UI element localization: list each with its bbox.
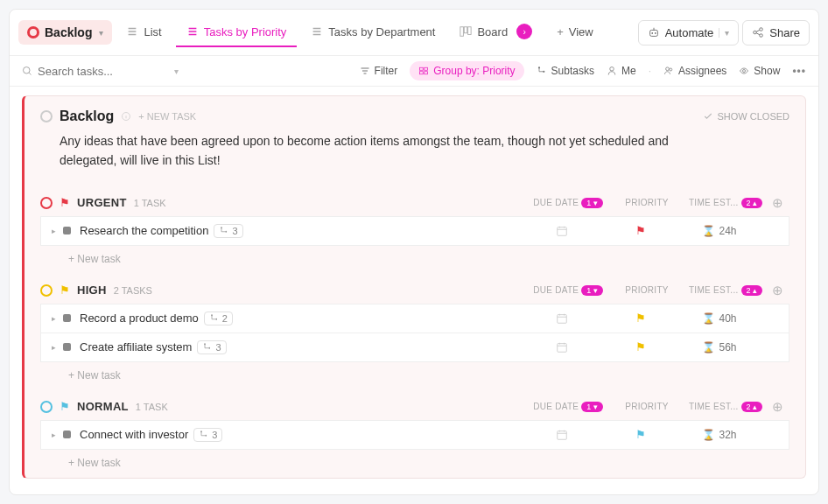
status-square-icon[interactable] [63, 343, 71, 351]
group-count: 2 TASKS [114, 285, 152, 296]
subtask-icon [537, 66, 547, 76]
col-priority[interactable]: PRIORITY [607, 402, 686, 411]
view-tab-label: Tasks by Department [328, 25, 435, 38]
collapse-group-icon[interactable] [40, 401, 53, 413]
show-button[interactable]: Show [739, 65, 780, 77]
priority-flag-icon: ⚑ [60, 196, 70, 209]
new-task-top-button[interactable]: + NEW TASK [138, 111, 196, 122]
svg-rect-10 [420, 67, 424, 70]
col-due-date[interactable]: DUE DATE1 ▾ [529, 402, 607, 412]
group-header: ⚑ HIGH 2 TASKS DUE DATE1 ▾ PRIORITY TIME… [40, 274, 789, 304]
share-button[interactable]: Share [742, 20, 810, 46]
subtask-count-chip[interactable]: 3 [214, 224, 242, 238]
cell-priority[interactable]: ⚑ [601, 224, 680, 237]
add-column-button[interactable]: ⊕ [765, 283, 789, 298]
svg-point-19 [743, 70, 746, 73]
add-column-button[interactable]: ⊕ [765, 195, 789, 211]
svg-point-5 [655, 32, 656, 34]
cell-due-date[interactable] [523, 312, 601, 325]
task-row[interactable]: ▸ Research the competition 3 ⚑ ⌛24h [40, 216, 789, 246]
more-button[interactable]: ••• [792, 65, 806, 77]
search-input[interactable] [38, 65, 169, 78]
collapse-list-icon[interactable] [40, 110, 53, 122]
hourglass-icon: ⌛ [702, 429, 715, 441]
svg-point-17 [666, 67, 670, 71]
space-color-icon [27, 26, 39, 38]
new-task-button[interactable]: + New task [40, 246, 789, 265]
svg-point-4 [651, 32, 653, 34]
col-priority[interactable]: PRIORITY [607, 285, 686, 295]
new-task-button[interactable]: + New task [40, 450, 789, 469]
groupby-pill[interactable]: Group by: Priority [410, 61, 523, 80]
subtask-count-chip[interactable]: 3 [197, 340, 226, 354]
task-name: Connect with investor [80, 428, 188, 441]
svg-rect-13 [425, 72, 428, 74]
col-time-est[interactable]: TIME EST...2 ▴ [686, 285, 765, 296]
info-icon[interactable] [121, 111, 131, 122]
list-switcher[interactable]: Backlog ▾ [18, 20, 112, 45]
priority-group: ⚑ NORMAL 1 TASK DUE DATE1 ▾ PRIORITY TIM… [25, 390, 805, 478]
cell-due-date[interactable] [523, 429, 601, 441]
subtask-count-chip[interactable]: 3 [193, 428, 222, 442]
flag-icon: ⚑ [635, 340, 646, 354]
col-due-date[interactable]: DUE DATE1 ▾ [529, 198, 607, 208]
col-time-est[interactable]: TIME EST...2 ▴ [686, 198, 765, 208]
new-task-button[interactable]: + New task [40, 362, 789, 382]
svg-point-8 [760, 34, 763, 38]
svg-rect-11 [425, 67, 428, 70]
collapse-group-icon[interactable] [40, 284, 53, 297]
expand-caret-icon[interactable]: ▸ [46, 430, 61, 439]
subtask-icon [219, 226, 229, 236]
chevron-down-icon[interactable]: ▾ [174, 66, 179, 76]
me-button[interactable]: Me [607, 65, 636, 77]
automate-button[interactable]: Automate ▾ [638, 20, 740, 46]
expand-caret-icon[interactable]: ▸ [46, 343, 61, 352]
svg-point-9 [24, 67, 31, 74]
col-priority[interactable]: PRIORITY [607, 198, 686, 207]
status-square-icon[interactable] [63, 430, 71, 438]
expand-caret-icon[interactable]: ▸ [46, 227, 61, 235]
assignees-button[interactable]: Assignees [663, 65, 726, 77]
expand-caret-icon[interactable]: ▸ [46, 314, 61, 323]
flag-icon: ⚑ [635, 428, 646, 441]
view-tab-tasks-by-department[interactable]: Tasks by Department [300, 18, 446, 47]
add-view-button[interactable]: + View [546, 18, 604, 47]
status-square-icon[interactable] [63, 314, 71, 322]
cell-priority[interactable]: ⚑ [601, 428, 680, 441]
subtask-count-chip[interactable]: 2 [204, 312, 233, 326]
search-wrap[interactable]: ▾ [22, 65, 179, 78]
list-icon [311, 25, 323, 38]
cell-due-date[interactable] [523, 225, 601, 237]
cell-time-est[interactable]: ⌛56h [680, 341, 759, 354]
svg-point-7 [760, 28, 763, 32]
search-icon [22, 66, 32, 76]
view-next-icon: › [516, 24, 532, 39]
status-square-icon[interactable] [63, 227, 71, 234]
cell-time-est[interactable]: ⌛40h [680, 312, 759, 325]
task-row[interactable]: ▸ Connect with investor 3 ⚑ ⌛32h [40, 420, 789, 450]
list-name: Backlog [45, 25, 92, 39]
add-column-button[interactable]: ⊕ [765, 399, 789, 415]
cell-priority[interactable]: ⚑ [601, 312, 680, 325]
svg-rect-0 [460, 27, 464, 37]
show-closed-button[interactable]: SHOW CLOSED [703, 111, 789, 122]
cell-time-est[interactable]: ⌛32h [680, 429, 759, 441]
cell-due-date[interactable] [523, 341, 601, 354]
view-tab-tasks-by-priority[interactable]: Tasks by Priority [176, 18, 298, 47]
collapse-group-icon[interactable] [40, 197, 53, 209]
cell-time-est[interactable]: ⌛24h [680, 225, 759, 237]
task-row[interactable]: ▸ Record a product demo 2 ⚑ ⌛40h [40, 304, 789, 333]
group-header: ⚑ URGENT 1 TASK DUE DATE1 ▾ PRIORITY TIM… [40, 186, 789, 216]
task-row[interactable]: ▸ Create affiliate system 3 ⚑ ⌛56h [40, 333, 789, 362]
view-tab-label: List [144, 25, 161, 38]
cell-priority[interactable]: ⚑ [601, 340, 680, 354]
view-tab-board[interactable]: Board › [449, 17, 543, 48]
subtask-icon [209, 313, 220, 324]
svg-rect-2 [468, 27, 472, 35]
subtasks-button[interactable]: Subtasks [537, 65, 594, 77]
col-time-est[interactable]: TIME EST...2 ▴ [686, 402, 765, 412]
subtask-icon [202, 342, 213, 353]
filter-button[interactable]: Filter [360, 65, 398, 77]
col-due-date[interactable]: DUE DATE1 ▾ [529, 285, 607, 296]
view-tab-list[interactable]: List [116, 18, 172, 47]
